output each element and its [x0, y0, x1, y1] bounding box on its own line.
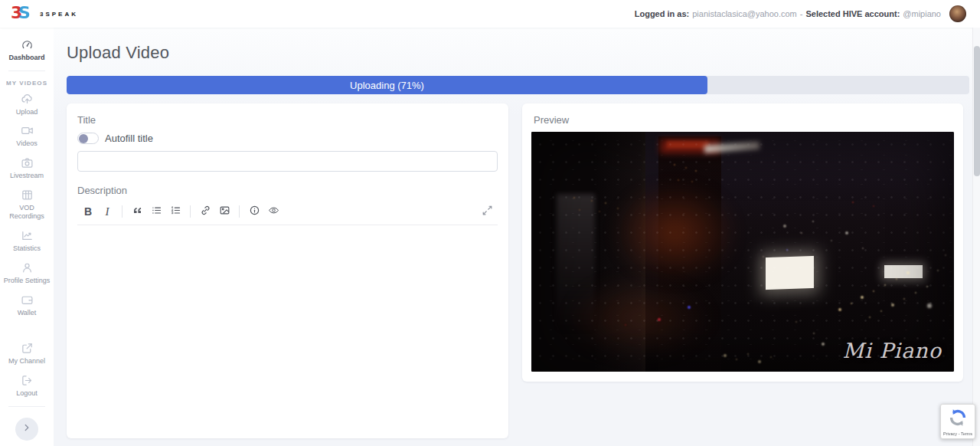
editor-expand-button[interactable] — [478, 204, 496, 219]
hive-account-label: Selected HIVE account: — [805, 9, 900, 18]
page-scrollbar — [972, 28, 980, 446]
eye-icon — [268, 205, 279, 219]
3speak-logo-icon: 3 S — [11, 5, 31, 22]
sidebar-item-vod-recordings[interactable]: VOD Recordings — [0, 185, 54, 225]
toggle-knob — [79, 134, 88, 143]
sidebar-item-dashboard[interactable]: Dashboard — [0, 34, 54, 67]
bullet-list-icon — [151, 205, 162, 219]
sidebar-item-label: Livestream — [10, 172, 44, 181]
upload-progress-bar: Uploading (71%) — [67, 76, 969, 94]
dashboard-gauge-icon — [21, 38, 34, 51]
bold-button[interactable]: B — [79, 204, 97, 219]
video-watermark: Mi Piano — [843, 339, 942, 362]
sidebar-item-label: Statistics — [13, 244, 41, 254]
sidebar-section-my-videos: MY VIDEOS — [6, 80, 47, 87]
editor-info-button[interactable] — [245, 204, 263, 219]
recaptcha-privacy-terms[interactable]: Privacy - Terms — [943, 431, 972, 436]
external-link-icon — [21, 342, 34, 355]
preview-card: Preview Mi Piano — [522, 103, 963, 382]
description-label: Description — [77, 185, 498, 196]
autofill-title-label: Autofill title — [105, 133, 153, 144]
sidebar-item-my-channel[interactable]: My Channel — [0, 338, 54, 370]
brand-name: 3SPEAK — [40, 11, 78, 18]
sidebar-item-label: Logout — [16, 389, 38, 398]
scrollbar-thumb[interactable] — [974, 46, 980, 176]
livestream-camera-icon — [21, 156, 34, 169]
sidebar-item-label: Videos — [16, 139, 37, 149]
blockquote-button[interactable] — [128, 204, 146, 219]
profile-person-icon — [21, 261, 34, 274]
quote-icon — [132, 205, 143, 219]
video-preview-thumbnail: Mi Piano — [531, 132, 954, 372]
editor-toolbar: B I — [77, 202, 498, 225]
sidebar-item-videos[interactable]: Videos — [0, 120, 54, 152]
sidebar-item-profile-settings[interactable]: Profile Settings — [0, 257, 54, 290]
logged-in-email: pianistaclasica@yahoo.com — [692, 9, 797, 18]
insert-image-button[interactable] — [215, 204, 234, 219]
description-input[interactable] — [77, 225, 498, 428]
toolbar-divider — [239, 205, 240, 218]
logo-mark-s: S — [18, 3, 31, 22]
topbar: 3 S 3SPEAK Logged in as: pianistaclasica… — [0, 0, 980, 28]
sidebar-item-upload[interactable]: Upload — [0, 89, 54, 121]
sidebar-item-statistics[interactable]: Statistics — [0, 225, 54, 257]
logged-in-label: Logged in as: — [635, 9, 690, 18]
separator: - — [800, 9, 803, 18]
info-circle-icon — [249, 205, 260, 219]
wallet-icon — [21, 294, 34, 307]
insert-link-button[interactable] — [196, 204, 214, 219]
avatar[interactable] — [949, 5, 966, 22]
account-info: Logged in as: pianistaclasica@yahoo.com … — [635, 5, 966, 22]
title-input[interactable] — [77, 151, 498, 172]
upload-progress-label: Uploading (71%) — [350, 80, 424, 91]
sidebar: Dashboard MY VIDEOS Upload Videos Livest — [0, 28, 54, 446]
editor-preview-button[interactable] — [264, 204, 283, 219]
chevron-right-icon — [21, 422, 32, 436]
sidebar-item-label: Wallet — [18, 309, 37, 318]
vod-recordings-icon — [21, 189, 34, 202]
description-editor: B I — [77, 202, 498, 428]
sidebar-item-logout[interactable]: Logout — [0, 370, 54, 402]
page-title: Upload Video — [67, 43, 969, 63]
italic-button[interactable]: I — [98, 204, 116, 219]
numbered-list-icon — [170, 205, 181, 219]
upload-cloud-icon — [21, 93, 34, 106]
sidebar-divider — [8, 71, 45, 71]
recaptcha-icon — [948, 408, 968, 431]
upload-progress-fill: Uploading (71%) — [67, 76, 707, 94]
sidebar-item-label: My Channel — [8, 357, 45, 366]
unordered-list-button[interactable] — [147, 204, 165, 219]
expand-arrows-icon — [482, 205, 493, 219]
autofill-title-toggle[interactable] — [77, 133, 99, 144]
sidebar-divider — [8, 406, 45, 407]
sidebar-item-livestream[interactable]: Livestream — [0, 152, 54, 185]
title-label: Title — [77, 114, 498, 126]
sidebar-item-wallet[interactable]: Wallet — [0, 290, 54, 322]
logout-icon — [21, 374, 34, 387]
sidebar-item-label: Upload — [16, 108, 38, 117]
upload-form-card: Title Autofill title Description B I — [67, 103, 508, 438]
sidebar-item-label: VOD Recordings — [2, 204, 52, 221]
toolbar-divider — [122, 205, 122, 218]
recaptcha-badge[interactable]: Privacy - Terms — [940, 404, 975, 439]
brand-logo[interactable]: 3 S 3SPEAK — [11, 5, 78, 22]
toolbar-divider — [190, 205, 191, 218]
sidebar-expand-button[interactable] — [15, 418, 38, 441]
sidebar-item-label: Dashboard — [8, 54, 44, 63]
preview-label: Preview — [534, 114, 954, 126]
link-icon — [200, 205, 211, 219]
statistics-chart-icon — [21, 229, 34, 242]
video-camera-icon — [21, 124, 34, 137]
main-content: Upload Video Uploading (71%) Title Autof… — [54, 28, 980, 446]
sidebar-item-label: Profile Settings — [4, 277, 51, 286]
image-icon — [219, 205, 230, 219]
hive-account-handle: @mipiano — [903, 9, 941, 18]
ordered-list-button[interactable] — [166, 204, 185, 219]
vignette — [531, 132, 954, 372]
